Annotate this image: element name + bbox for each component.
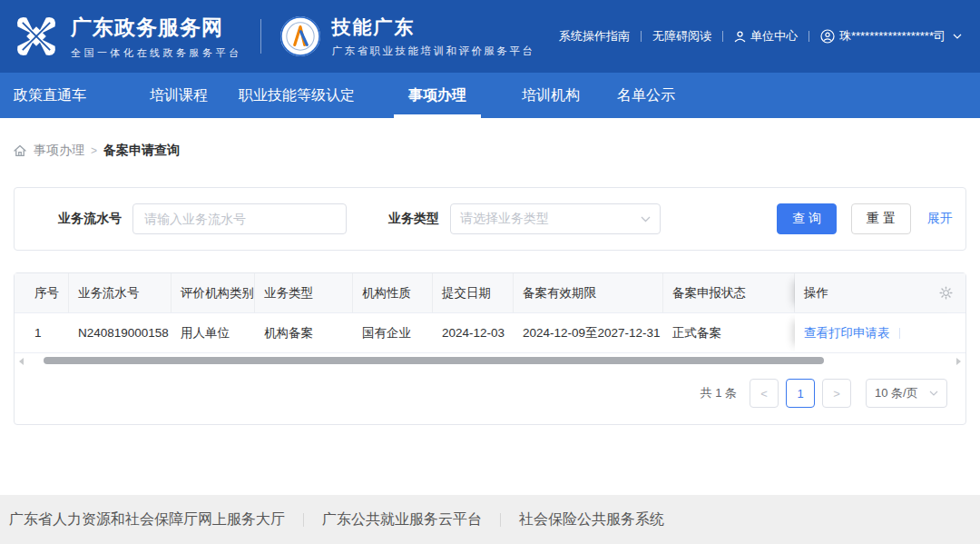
footer-divider: [500, 513, 501, 527]
breadcrumb: 事项办理 > 备案申请查询: [13, 142, 980, 160]
col-org-nature: 机构性质: [353, 273, 433, 312]
col-valid-period: 备案有效期限: [514, 273, 663, 312]
footer-divider: [303, 513, 304, 527]
nav-item-training-orgs[interactable]: 培训机构: [522, 73, 580, 118]
table-row: 1 N240819000158 用人单位 机构备案 国有企业 2024-12-0…: [15, 313, 965, 353]
pinwheel-logo-icon: [13, 13, 60, 60]
footer-link-social-insurance[interactable]: 社会保险公共服务系统: [519, 510, 664, 529]
cell-status: 正式备案: [663, 313, 795, 352]
link-separator: [808, 31, 809, 42]
reset-button[interactable]: 重 置: [851, 203, 911, 234]
user-account-dropdown[interactable]: 珠******************司: [820, 28, 962, 45]
nav-item-public-list[interactable]: 名单公示: [617, 73, 675, 118]
col-status: 备案申报状态: [663, 273, 795, 312]
col-action: 操作: [795, 273, 965, 312]
chevron-down-icon: [953, 34, 962, 39]
gov-logo: 广东政务服务网 全国一体化在线政务服务平台: [13, 13, 242, 60]
cell-biz-type: 机构备案: [255, 313, 353, 352]
scrollbar-thumb[interactable]: [44, 357, 824, 364]
search-panel: 业务流水号 业务类型 请选择业务类型 查 询 重 置 展开: [14, 187, 966, 251]
view-print-application-link[interactable]: 查看打印申请表: [804, 326, 890, 340]
skill-guangdong-badge-icon: [279, 15, 321, 57]
col-submit-date: 提交日期: [433, 273, 514, 312]
user-avatar-icon: [820, 29, 835, 44]
nav-item-courses[interactable]: 培训课程: [150, 73, 208, 118]
user-name: 珠******************司: [839, 28, 946, 45]
chevron-down-icon: [929, 391, 938, 396]
footer: 广东省人力资源和社会保障厅网上服务大厅 广东公共就业服务云平台 社会保险公共服务…: [0, 495, 980, 544]
unit-center-link[interactable]: 单位中心: [734, 28, 798, 45]
next-page-button[interactable]: >: [822, 379, 851, 408]
nav-item-matters[interactable]: 事项办理: [408, 73, 466, 118]
col-biz-type: 业务类型: [255, 273, 353, 312]
breadcrumb-separator: >: [91, 144, 97, 157]
cell-index: 1: [15, 313, 69, 352]
platform-subtitle: 广东省职业技能培训和评价服务平台: [332, 45, 535, 58]
accessibility-link[interactable]: 无障碍阅读: [652, 28, 711, 45]
breadcrumb-current: 备案申请查询: [103, 143, 180, 159]
business-type-placeholder: 请选择业务类型: [460, 211, 549, 227]
link-separator: [722, 31, 723, 42]
cell-serial: N240819000158: [69, 313, 172, 352]
cell-org-category: 用人单位: [172, 313, 255, 352]
col-index: 序号: [15, 273, 69, 312]
site-subtitle: 全国一体化在线政务服务平台: [71, 46, 242, 60]
logo-divider: [260, 19, 261, 54]
total-count: 共 1 条: [701, 385, 737, 401]
top-header: 广东政务服务网 全国一体化在线政务服务平台 技能广东 广东省职业技能培训和评价服…: [0, 0, 980, 73]
chevron-down-icon: [641, 216, 651, 223]
pagination: 共 1 条 < 1 > 10 条/页: [15, 368, 965, 419]
table-header-row: 序号 业务流水号 评价机构类别 业务类型 机构性质 提交日期 备案有效期限 备案…: [15, 273, 965, 313]
home-icon[interactable]: [13, 143, 27, 158]
platform-logo: 技能广东 广东省职业技能培训和评价服务平台: [279, 15, 535, 58]
link-separator: [641, 31, 642, 42]
prev-page-button[interactable]: <: [750, 379, 779, 408]
action-divider: [899, 328, 900, 339]
person-icon: [734, 30, 746, 43]
nav-item-skill-certification[interactable]: 职业技能等级认定: [239, 73, 355, 118]
serial-number-input[interactable]: [132, 203, 347, 234]
platform-title: 技能广东: [332, 15, 535, 40]
cell-valid-period: 2024-12-09至2027-12-31: [514, 313, 663, 352]
page-number-button[interactable]: 1: [786, 379, 815, 408]
column-settings-gear-icon[interactable]: [939, 286, 953, 300]
horizontal-scrollbar: [16, 355, 964, 368]
page-size-select[interactable]: 10 条/页: [866, 379, 947, 408]
scroll-left-arrow-icon[interactable]: [19, 358, 24, 365]
cell-org-nature: 国有企业: [353, 313, 433, 352]
business-type-label: 业务类型: [388, 211, 439, 227]
serial-number-label: 业务流水号: [58, 211, 122, 227]
system-guide-link[interactable]: 系统操作指南: [559, 28, 630, 45]
results-panel: 序号 业务流水号 评价机构类别 业务类型 机构性质 提交日期 备案有效期限 备案…: [14, 272, 966, 425]
main-nav: 政策直通车 培训课程 职业技能等级认定 事项办理 培训机构 名单公示: [0, 73, 980, 118]
business-type-select[interactable]: 请选择业务类型: [450, 203, 661, 234]
footer-link-hr-hall[interactable]: 广东省人力资源和社会保障厅网上服务大厅: [9, 510, 285, 529]
scroll-right-arrow-icon[interactable]: [956, 358, 961, 365]
col-serial: 业务流水号: [69, 273, 172, 312]
header-links: 系统操作指南 无障碍阅读 单位中心 珠******************司: [559, 28, 962, 45]
expand-link[interactable]: 展开: [927, 211, 953, 227]
breadcrumb-section[interactable]: 事项办理: [34, 143, 84, 159]
nav-item-policy[interactable]: 政策直通车: [14, 73, 86, 118]
cell-action: 查看打印申请表: [795, 313, 965, 352]
col-org-category: 评价机构类别: [172, 273, 255, 312]
query-button[interactable]: 查 询: [777, 203, 837, 234]
footer-link-employment-cloud[interactable]: 广东公共就业服务云平台: [322, 510, 482, 529]
cell-submit-date: 2024-12-03: [433, 313, 514, 352]
site-title: 广东政务服务网: [71, 14, 242, 42]
